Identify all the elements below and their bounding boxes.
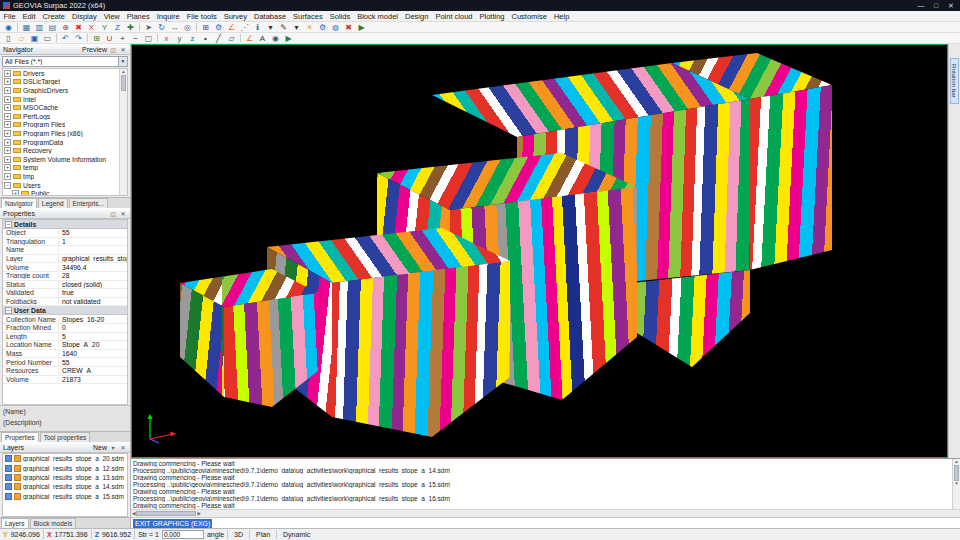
log-scrollbar[interactable]: ▲ ▼ <box>952 459 960 509</box>
close-panel-icon[interactable]: ✕ <box>119 210 127 217</box>
file-filter-combo[interactable]: All Files (*.*) ▾ <box>2 56 128 67</box>
layer-item[interactable]: graphical_results_stope_a_15.sdm <box>3 492 127 501</box>
layer-item[interactable]: graphical_results_stope_a_12.sdm <box>3 463 127 472</box>
minimize-button[interactable]: — <box>915 2 927 9</box>
layer-visibility-icon[interactable] <box>14 474 21 481</box>
tree-item-tmp[interactable]: +tmp <box>3 172 119 181</box>
menu-display[interactable]: Display <box>69 11 101 22</box>
settings-plus-icon[interactable]: ⚙ <box>212 22 225 33</box>
pan-icon[interactable]: ↔ <box>168 22 181 33</box>
new-file-icon[interactable]: ▯ <box>2 33 15 44</box>
preview-tab[interactable]: Preview <box>82 46 107 53</box>
add-icon[interactable]: ✚ <box>124 22 137 33</box>
z-axis-icon[interactable]: Z <box>111 22 124 33</box>
info-icon[interactable]: ℹ <box>251 22 264 33</box>
delete-icon[interactable]: ✖ <box>72 22 85 33</box>
scroll-up-icon[interactable]: ▲ <box>954 459 958 464</box>
graphics-viewport[interactable] <box>131 44 948 458</box>
tree-expander-icon[interactable]: + <box>4 130 11 137</box>
edit-icon[interactable]: ✎ <box>277 22 290 33</box>
new-window-icon[interactable]: ▦ <box>20 22 33 33</box>
menu-help[interactable]: Help <box>550 11 572 22</box>
close-panel-icon[interactable]: ✕ <box>119 444 127 451</box>
chevron-down-icon[interactable]: ▾ <box>118 57 127 66</box>
tree-expander-icon[interactable]: − <box>4 182 11 189</box>
layer-visibility-icon[interactable] <box>14 465 21 472</box>
tree-item-perflogs[interactable]: +PerfLogs <box>3 112 119 121</box>
properties-section-user-data[interactable]: −User Data <box>3 306 127 315</box>
snap-grid-icon[interactable]: ⊞ <box>90 33 103 44</box>
menu-customise[interactable]: Customise <box>508 11 550 22</box>
tile-windows-icon[interactable]: ▤ <box>46 22 59 33</box>
magnet-icon[interactable]: U <box>103 33 116 44</box>
undo-icon[interactable]: ↶ <box>59 33 72 44</box>
command-text[interactable]: EXIT GRAPHICS (EXG) <box>133 519 212 528</box>
layer-item[interactable]: graphical_results_stope_a_14.sdm <box>3 482 127 491</box>
tab-enterprise[interactable]: Enterpris... <box>69 198 108 208</box>
angle-icon[interactable]: ∠ <box>243 33 256 44</box>
maximize-button[interactable]: □ <box>930 2 942 9</box>
tree-expander-icon[interactable]: + <box>4 164 11 171</box>
tree-expander-icon[interactable]: + <box>4 156 11 163</box>
snap-line-icon[interactable]: ╱ <box>212 33 225 44</box>
camera-icon[interactable]: ◉ <box>269 33 282 44</box>
collapse-icon[interactable]: − <box>5 221 12 228</box>
menu-create[interactable]: Create <box>39 11 69 22</box>
menu-planes[interactable]: Planes <box>123 11 153 22</box>
layer-visibility-icon[interactable] <box>14 455 21 462</box>
rotation-bar-tab[interactable]: Rotation bar <box>950 58 959 104</box>
window-layout-icon[interactable]: ▥ <box>33 22 46 33</box>
zoom-in-icon[interactable]: + <box>116 33 129 44</box>
tab-block-models[interactable]: Block models <box>30 518 77 528</box>
tree-item-dslictarget[interactable]: +DSLicTarget <box>3 78 119 87</box>
close-panel-icon[interactable]: ✕ <box>119 46 127 53</box>
layer-visibility-icon[interactable] <box>14 483 21 490</box>
snap-point-icon[interactable]: • <box>199 33 212 44</box>
command-line[interactable]: EXIT GRAPHICS (EXG) <box>131 517 960 528</box>
zoom-out-icon[interactable]: − <box>129 33 142 44</box>
axis-y-icon[interactable]: y <box>173 33 186 44</box>
menu-point-cloud[interactable]: Point cloud <box>432 11 476 22</box>
close-button[interactable]: ✕ <box>945 2 957 10</box>
tree-item-system-volume-information[interactable]: +System Volume Information <box>3 155 119 164</box>
menu-design[interactable]: Design <box>402 11 432 22</box>
properties-section-details[interactable]: −Details <box>3 220 127 229</box>
tree-item-program-files-x86[interactable]: +Program Files (x86) <box>3 129 119 138</box>
log-h-scrollbar[interactable]: ◀ ▶ <box>131 509 960 517</box>
tree-expander-icon[interactable]: + <box>4 96 11 103</box>
lines-icon[interactable]: ⋰ <box>238 22 251 33</box>
select-icon[interactable]: ➤ <box>142 22 155 33</box>
edit-dropdown-icon[interactable]: ▾ <box>290 22 303 33</box>
rotate-icon[interactable]: ↻ <box>155 22 168 33</box>
angle-input[interactable] <box>162 530 204 539</box>
tree-expander-icon[interactable]: + <box>4 87 11 94</box>
measure-angle-icon[interactable]: ∠ <box>225 22 238 33</box>
tree-expander-icon[interactable]: + <box>4 113 11 120</box>
light-icon[interactable]: ☀ <box>303 22 316 33</box>
tree-expander-icon[interactable]: + <box>4 121 11 128</box>
y-axis-icon[interactable]: Y <box>98 22 111 33</box>
zoom-extent-icon[interactable]: ▢ <box>142 33 155 44</box>
target-icon[interactable]: ⊕ <box>59 22 72 33</box>
tree-item-msocache[interactable]: +MSOCache <box>3 103 119 112</box>
surpac-home-icon[interactable]: ◉ <box>2 22 15 33</box>
close-red-icon[interactable]: ✖ <box>342 22 355 33</box>
grid-icon[interactable]: ⊞ <box>199 22 212 33</box>
menu-block-model[interactable]: Block model <box>354 11 402 22</box>
zoom-icon[interactable]: ◎ <box>181 22 194 33</box>
tree-expander-icon[interactable]: + <box>4 70 11 77</box>
tab-navigator[interactable]: Navigator <box>1 198 37 208</box>
tree-item-program-files[interactable]: +Program Files <box>3 121 119 130</box>
polygon-icon[interactable]: ▱ <box>225 33 238 44</box>
view-3d-button[interactable]: 3D <box>231 531 246 538</box>
tree-expander-icon[interactable]: + <box>4 173 11 180</box>
globe-icon[interactable]: ◍ <box>329 22 342 33</box>
scroll-down-icon[interactable]: ▼ <box>954 481 958 486</box>
tab-layers[interactable]: Layers <box>1 518 29 528</box>
tree-expander-icon[interactable]: + <box>12 190 19 195</box>
collapse-icon[interactable]: − <box>5 307 12 314</box>
tree-item-users[interactable]: −Users <box>3 181 119 190</box>
tree-expander-icon[interactable]: + <box>4 139 11 146</box>
menu-file[interactable]: File <box>0 11 19 22</box>
run-icon[interactable]: ▶ <box>355 22 368 33</box>
